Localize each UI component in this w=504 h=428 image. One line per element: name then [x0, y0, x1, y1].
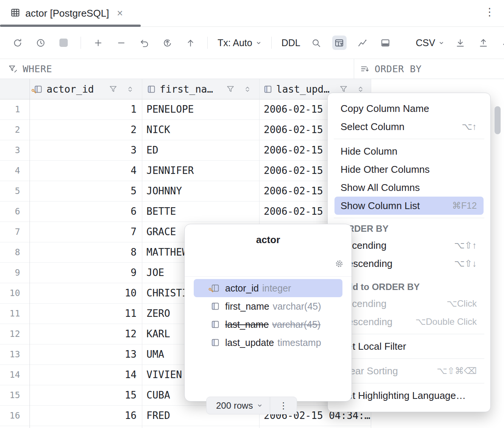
cell-actor-id[interactable]: 3	[30, 140, 142, 161]
row-number[interactable]: 15	[0, 385, 30, 406]
menu-item-clear-sorting[interactable]: Clear Sorting⌥⇧⌘⌫	[334, 362, 484, 380]
row-number[interactable]: 14	[0, 365, 30, 385]
menu-item-show-all-columns[interactable]: Show All Columns	[334, 178, 484, 197]
row-number[interactable]: 12	[0, 324, 30, 344]
cell-first-name[interactable]: BETTE	[142, 202, 259, 222]
history-clock-button[interactable]	[33, 36, 48, 50]
row-number[interactable]: 16	[0, 406, 30, 426]
row-number[interactable]: 13	[0, 344, 30, 365]
column-header-actor-id[interactable]: actor_id	[30, 79, 142, 99]
cell-first-name[interactable]: ED	[142, 140, 259, 161]
cell-actor-id[interactable]: 1	[30, 99, 142, 120]
shortcut: ⌥Click	[446, 298, 477, 309]
vertical-scrollbar-thumb[interactable]	[495, 106, 501, 134]
column-item-actor-id[interactable]: actor_id integer	[194, 279, 342, 297]
sort-toggle-icon[interactable]	[126, 85, 134, 93]
row-number[interactable]: 7	[0, 222, 30, 242]
transpose-view-button[interactable]	[378, 36, 393, 50]
column-item-first-name[interactable]: first_name varchar(45)	[194, 297, 342, 315]
compare-swap-button[interactable]	[499, 36, 504, 50]
import-button[interactable]	[453, 36, 467, 50]
page-options-kebab-icon[interactable]: ⋮	[270, 400, 297, 411]
column-list-popup: actor actor_id integer first_name varcha…	[184, 224, 352, 402]
row-number[interactable]: 1	[0, 99, 30, 120]
view-options-button[interactable]	[332, 36, 347, 50]
more-options-icon[interactable]: ⋮	[484, 7, 495, 17]
submit-button[interactable]	[183, 36, 198, 50]
column-header-first-name[interactable]: first_na…	[142, 79, 259, 99]
chart-button[interactable]	[355, 36, 370, 50]
column-type: timestamp	[277, 337, 321, 348]
cell-actor-id[interactable]: 8	[30, 242, 142, 263]
cell-actor-id[interactable]: 9	[30, 263, 142, 283]
toolbar-divider	[81, 37, 81, 49]
order-by-bar[interactable]: ORDER BY	[360, 59, 422, 79]
menu-item-show-column-list[interactable]: Show Column List⌘F12	[334, 197, 484, 215]
row-number[interactable]: 10	[0, 283, 30, 304]
sort-toggle-icon[interactable]	[243, 85, 252, 93]
row-number[interactable]: 6	[0, 202, 30, 222]
cell-actor-id[interactable]: 7	[30, 222, 142, 242]
filter-funnel-icon[interactable]	[339, 85, 348, 94]
cell-first-name[interactable]: JENNIFER	[142, 161, 259, 181]
sort-toggle-icon[interactable]	[356, 85, 365, 93]
chevron-down-icon	[257, 403, 263, 408]
export-button[interactable]	[476, 36, 490, 50]
menu-item-set-local-filter[interactable]: Set Local Filter	[334, 337, 484, 355]
page-size-dropdown[interactable]: 200 rows	[207, 400, 270, 411]
cell-actor-id[interactable]: 11	[30, 304, 142, 324]
menu-item-select-column[interactable]: Select Column⌥↑	[334, 118, 484, 136]
row-number[interactable]: 8	[0, 242, 30, 263]
cell-first-name[interactable]: NICK	[142, 120, 259, 140]
table-row: 6 6 BETTE 2006-02-15 04:34:…	[0, 202, 371, 222]
cell-actor-id[interactable]: 15	[30, 385, 142, 406]
where-filter-bar[interactable]: WHERE	[8, 59, 52, 79]
tab-actor-postgresql[interactable]: actor [PostgreSQL] ×	[0, 0, 123, 26]
menu-item-order-descending[interactable]: Descending⌥⇧↓	[334, 254, 484, 273]
row-number[interactable]: 4	[0, 161, 30, 181]
row-number[interactable]: 11	[0, 304, 30, 324]
menu-item-copy-column-name[interactable]: Copy Column Name	[334, 99, 484, 118]
row-number[interactable]: 3	[0, 140, 30, 161]
tx-mode-dropdown[interactable]: Tx: Auto	[218, 37, 261, 48]
search-button[interactable]	[309, 36, 324, 50]
ddl-button[interactable]: DDL	[282, 37, 300, 48]
menu-item-add-ascending[interactable]: Ascending⌥Click	[334, 295, 484, 313]
close-icon[interactable]: ×	[117, 8, 123, 19]
add-row-button[interactable]	[91, 36, 105, 50]
cell-actor-id[interactable]: 12	[30, 324, 142, 344]
revert-button[interactable]	[160, 36, 174, 50]
column-item-last-update[interactable]: last_update timestamp	[194, 333, 342, 352]
cell-actor-id[interactable]: 5	[30, 181, 142, 202]
cell-first-name[interactable]: JOHNNY	[142, 181, 259, 202]
cell-actor-id[interactable]: 14	[30, 365, 142, 385]
menu-item-add-descending[interactable]: Descending⌥Double Click	[334, 313, 484, 331]
cell-actor-id[interactable]: 4	[30, 161, 142, 181]
gear-icon[interactable]	[334, 259, 344, 268]
menu-item-set-highlighting-language[interactable]: Set Highlighting Language…	[334, 386, 484, 405]
menu-item-order-ascending[interactable]: Ascending⌥⇧↑	[334, 236, 484, 254]
cell-first-name[interactable]: PENELOPE	[142, 99, 259, 120]
undo-button[interactable]	[137, 36, 151, 50]
filter-funnel-icon[interactable]	[226, 85, 235, 94]
page-size-bar: 200 rows ⋮	[206, 397, 297, 414]
row-number[interactable]: 2	[0, 120, 30, 140]
cell-actor-id[interactable]: 16	[30, 406, 142, 426]
cell-actor-id[interactable]: 10	[30, 283, 142, 304]
menu-item-hide-other-columns[interactable]: Hide Other Columns	[334, 160, 484, 178]
delete-row-button[interactable]	[114, 36, 128, 50]
menu-item-hide-column[interactable]: Hide Column	[334, 142, 484, 160]
page-size-label: 200 rows	[216, 400, 253, 411]
row-number[interactable]: 9	[0, 263, 30, 283]
menu-group-add-to-order-by: Add to ORDER BY	[334, 279, 484, 295]
column-item-last-name-hidden[interactable]: last_name varchar(45)	[194, 315, 342, 333]
csv-format-dropdown[interactable]: CSV	[416, 37, 444, 48]
cell-actor-id[interactable]: 6	[30, 202, 142, 222]
cell-actor-id[interactable]: 2	[30, 120, 142, 140]
csv-label: CSV	[416, 37, 435, 48]
filter-funnel-icon[interactable]	[109, 85, 118, 94]
row-number[interactable]: 5	[0, 181, 30, 202]
cell-actor-id[interactable]: 13	[30, 344, 142, 365]
refresh-button[interactable]	[10, 36, 25, 50]
tab-bar: actor [PostgreSQL] × ⋮	[0, 0, 504, 27]
